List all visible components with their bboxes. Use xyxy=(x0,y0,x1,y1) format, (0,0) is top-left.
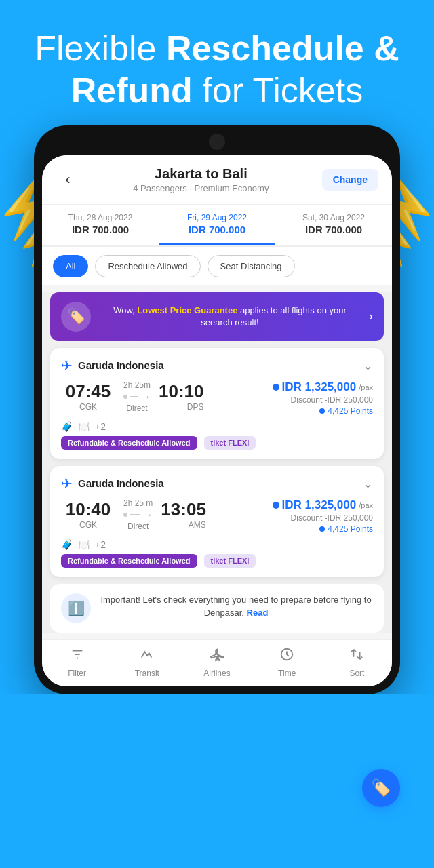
chip-all[interactable]: All xyxy=(53,255,88,277)
flight-middle-1: 2h 25m → Direct xyxy=(123,380,151,413)
time-label: Time xyxy=(278,669,296,678)
more-amenities-1: +2 xyxy=(95,421,106,432)
dep-airport-1: CGK xyxy=(61,402,115,412)
fab-button[interactable]: 🏷️ xyxy=(362,769,400,807)
price-discount-2: Discount -IDR 250,000 xyxy=(273,513,373,523)
route-dash-1 xyxy=(130,396,138,397)
back-button[interactable]: ‹ xyxy=(56,167,80,192)
info-text: Important! Let's check everything you ne… xyxy=(99,593,373,620)
price-value-1: IDR 1,325,000 xyxy=(282,380,357,394)
amenities-1: 🧳 🍽️ +2 xyxy=(61,421,373,432)
duration-1: 2h 25m xyxy=(123,380,151,390)
departure-block-1: 07:45 CGK xyxy=(61,381,115,412)
bottom-nav: Filter Transit Airlines xyxy=(42,639,392,686)
price-value-2: IDR 1,325,000 xyxy=(282,498,357,512)
hero-title-normal: Flexible xyxy=(35,28,166,68)
route-dot-left-2 xyxy=(123,513,127,517)
date-label-fri: Fri, 29 Aug 2022 xyxy=(164,213,270,222)
date-tab-sat[interactable]: Sat, 30 Aug 2022 IDR 700.000 xyxy=(275,205,392,245)
promo-arrow-icon: › xyxy=(369,309,373,323)
change-button[interactable]: Change xyxy=(322,169,378,191)
flight-card-1[interactable]: ✈ Garuda Indonesia ⌄ 07:45 CGK xyxy=(50,348,384,459)
flight-type-2: Direct xyxy=(123,521,153,531)
header-info: Jakarta to Bali 4 Passengers · Premium E… xyxy=(80,166,322,193)
phone-frame: ‹ Jakarta to Bali 4 Passengers · Premium… xyxy=(20,125,414,694)
arr-airport-1: DPS xyxy=(159,402,204,412)
hero-title-normal2: for Tickets xyxy=(193,71,363,110)
nav-transit[interactable]: Transit xyxy=(112,640,182,686)
luggage-icon-2: 🧳 xyxy=(61,539,73,550)
chip-seat-distancing[interactable]: Seat Distancing xyxy=(208,255,295,277)
promo-banner[interactable]: 🏷️ Wow, Lowest Price Guarantee applies t… xyxy=(50,292,384,341)
dep-airport-2: CGK xyxy=(61,520,115,530)
dep-time-1: 07:45 xyxy=(61,381,115,402)
flight-times-2: 10:40 CGK 2h 25 m → xyxy=(61,498,206,531)
phone-body: ‹ Jakarta to Bali 4 Passengers · Premium… xyxy=(34,125,400,694)
date-tab-thu[interactable]: Thu, 28 Aug 2022 IDR 700.000 xyxy=(42,205,159,245)
date-label-sat: Sat, 30 Aug 2022 xyxy=(281,213,387,222)
app-header: ‹ Jakarta to Bali 4 Passengers · Premium… xyxy=(42,155,392,205)
route-dash-2 xyxy=(130,514,140,515)
airline-name-2: Garuda Indonesia xyxy=(78,477,164,489)
hero-title: Flexible Reschedule & Refund for Tickets xyxy=(20,27,414,112)
promo-icon: 🏷️ xyxy=(61,302,91,332)
nav-time[interactable]: Time xyxy=(252,640,322,686)
price-pax-1: /pax xyxy=(359,383,373,391)
route-line-1: → xyxy=(123,391,151,402)
nav-filter[interactable]: Filter xyxy=(42,640,112,686)
airlines-icon xyxy=(210,647,224,666)
flight-route-title: Jakarta to Bali xyxy=(80,166,322,182)
price-main-1: IDR 1,325,000/pax xyxy=(273,380,373,394)
airline-logo-1: ✈ Garuda Indonesia xyxy=(61,357,164,374)
price-col-1: IDR 1,325,000/pax Discount -IDR 250,000 … xyxy=(273,380,373,416)
chip-reschedule[interactable]: Reschedule Allowed xyxy=(95,255,200,277)
route-line-2: → xyxy=(123,509,153,520)
refundable-tag-1: Refundable & Reschedule Allowed xyxy=(61,436,197,450)
date-tab-fri[interactable]: Fri, 29 Aug 2022 IDR 700.000 xyxy=(159,205,275,245)
flight-card-2[interactable]: ✈ Garuda Indonesia ⌄ 10:40 CGK xyxy=(50,466,384,577)
flight-times-1: 07:45 CGK 2h 25m → xyxy=(61,380,204,413)
hero-title-bold2: Refund xyxy=(71,71,193,110)
arrival-block-1: 10:10 DPS xyxy=(159,381,204,412)
nav-airlines[interactable]: Airlines xyxy=(182,640,252,686)
transit-label: Transit xyxy=(135,669,159,678)
price-dot-2 xyxy=(273,502,279,509)
airline-name-1: Garuda Indonesia xyxy=(78,359,164,371)
expand-icon-2[interactable]: ⌄ xyxy=(363,476,373,491)
departure-block-2: 10:40 CGK xyxy=(61,499,115,530)
info-icon: ℹ️ xyxy=(61,593,91,623)
phone-notch xyxy=(209,134,225,150)
flight-type-1: Direct xyxy=(123,403,151,413)
expand-icon-1[interactable]: ⌄ xyxy=(363,358,373,373)
promo-text: Wow, Lowest Price Guarantee applies to a… xyxy=(99,304,361,329)
points-dot-2 xyxy=(319,526,325,532)
info-banner: ℹ️ Important! Let's check everything you… xyxy=(50,584,384,633)
hero-section: Flexible Reschedule & Refund for Tickets… xyxy=(0,0,434,694)
time-icon xyxy=(279,647,294,666)
meal-icon-2: 🍽️ xyxy=(78,539,90,550)
airline-row-2: ✈ Garuda Indonesia ⌄ xyxy=(61,475,373,492)
tags-row-2: Refundable & Reschedule Allowed tiket FL… xyxy=(61,554,373,568)
dep-time-2: 10:40 xyxy=(61,499,115,520)
sort-label: Sort xyxy=(349,669,364,678)
price-discount-1: Discount -IDR 250,000 xyxy=(273,395,373,405)
meal-icon-1: 🍽️ xyxy=(78,421,90,432)
points-value-1: 4,425 Points xyxy=(328,406,373,416)
garuda-logo-icon: ✈ xyxy=(61,357,73,374)
arr-airport-2: AMS xyxy=(161,520,206,530)
luggage-icon-1: 🧳 xyxy=(61,421,73,432)
date-price-sat: IDR 700.000 xyxy=(281,224,387,235)
date-price-fri: IDR 700.000 xyxy=(164,224,270,235)
price-pax-2: /pax xyxy=(359,501,373,509)
more-amenities-2: +2 xyxy=(95,539,106,550)
price-points-2: 4,425 Points xyxy=(273,524,373,534)
arr-time-1: 10:10 xyxy=(159,381,204,402)
duration-2: 2h 25 m xyxy=(123,498,153,508)
read-link[interactable]: Read xyxy=(247,608,269,618)
filter-icon xyxy=(70,647,85,666)
nav-sort[interactable]: Sort xyxy=(322,640,392,686)
price-points-1: 4,425 Points xyxy=(273,406,373,416)
price-col-2: IDR 1,325,000/pax Discount -IDR 250,000 … xyxy=(273,498,373,534)
points-value-2: 4,425 Points xyxy=(328,524,373,534)
filter-chips-row: All Reschedule Allowed Seat Distancing xyxy=(42,247,392,285)
